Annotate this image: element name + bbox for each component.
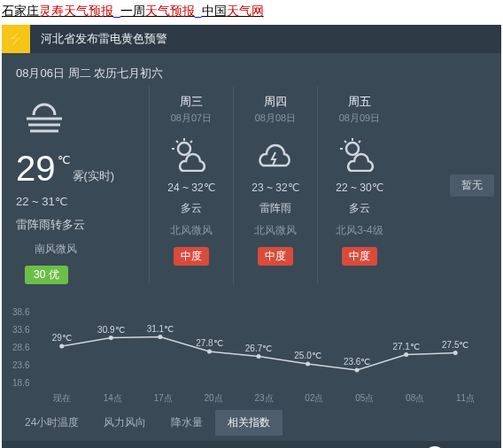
widget-footer: 灵寿在线 [2,441,501,448]
today-panel: 29 ℃ 雾(实时) 22 ~ 31℃ 雷阵雨转多云 南风微风 30 优 [16,87,149,284]
date-line: 08月06日 周二 农历七月初六 [2,53,501,87]
svg-text:25.0℃: 25.0℃ [294,351,321,360]
svg-line-7 [190,141,192,143]
tab-0[interactable]: 24小时温度 [12,410,91,436]
svg-text:27.8℃: 27.8℃ [196,338,222,348]
today-wind: 南风微风 [16,242,96,257]
no-data-button[interactable]: 暂无 [450,174,494,197]
svg-point-13 [59,344,64,349]
forecast-day-wed[interactable]: 周三 08月07日 24 ~ 32℃ 多云 北风微风 中度 [149,87,233,284]
hourly-chart: 38.6 33.6 28.6 23.6 18.6 29℃30.9℃31.1℃27… [2,297,501,410]
fog-icon [16,96,149,145]
forecast-day-fri[interactable]: 周五 08月09日 22 ~ 30℃ 多云 北风3-4级 中度 [317,87,401,284]
aqi-moderate-badge: 中度 [174,247,209,266]
aqi-moderate-badge: 中度 [342,247,377,266]
svg-point-19 [207,350,212,354]
alert-bar[interactable]: ⚡ 河北省发布雷电黄色预警 [2,25,501,53]
svg-text:29℃: 29℃ [52,333,72,343]
partly-cloudy-icon [321,134,398,174]
partly-cloudy-icon [153,134,229,174]
svg-point-23 [306,362,310,367]
tab-3[interactable]: 相关指数 [215,410,282,436]
svg-text:30.9℃: 30.9℃ [97,325,124,335]
crumb-week[interactable]: 一周天气预报 [120,4,195,18]
forecast-day-thu[interactable]: 周四 08月08日 23 ~ 32℃ 雷阵雨 北风微风 中度 [233,87,317,284]
today-condition: 雷阵雨转多云 [16,217,149,233]
chart-tabs: 24小时温度风力风向降水量相关指数 [2,410,501,441]
crumb-site[interactable]: 中国天气网 [202,4,264,18]
svg-point-17 [158,335,162,339]
weather-widget: ⚡ 河北省发布雷电黄色预警 08月06日 周二 农历七月初六 29 ℃ 雾(实时… [2,25,501,448]
crumb-city[interactable]: 石家庄灵寿天气预报 [2,4,113,18]
lightning-icon: ⚡ [2,25,30,53]
svg-line-6 [176,141,178,143]
svg-text:26.7℃: 26.7℃ [245,344,272,353]
svg-point-3 [178,143,190,155]
chart-line: 29℃30.9℃31.1℃27.8℃26.7℃25.0℃23.6℃27.1℃27… [37,304,480,392]
svg-point-25 [355,368,360,373]
svg-point-27 [404,352,408,357]
svg-point-15 [109,336,113,340]
svg-point-8 [346,143,359,155]
aqi-moderate-badge: 中度 [258,247,293,266]
svg-point-29 [453,351,458,355]
aqi-badge[interactable]: 30 优 [25,266,68,284]
svg-text:31.1℃: 31.1℃ [147,324,174,334]
tab-1[interactable]: 风力风向 [91,410,159,436]
svg-text:27.5℃: 27.5℃ [442,340,468,350]
tab-2[interactable]: 降水量 [159,410,215,436]
current-temp: 29 ℃ 雾(实时) [16,151,149,186]
svg-text:27.1℃: 27.1℃ [392,342,419,351]
svg-text:23.6℃: 23.6℃ [344,357,370,367]
forecast-row: 周三 08月07日 24 ~ 32℃ 多云 北风微风 中度 周四 08月08日 … [149,87,445,284]
breadcrumb: 石家庄灵寿天气预报_一周天气预报_中国天气网 [0,0,503,23]
thunderstorm-icon [237,134,313,174]
today-range: 22 ~ 31℃ [16,195,149,208]
svg-point-21 [257,354,261,359]
svg-line-11 [344,141,346,143]
chart-x-axis: 现在14点17点20点23点02点05点08点11点 [37,392,491,405]
alert-text: 河北省发布雷电黄色预警 [30,31,167,47]
chart-y-axis: 38.6 33.6 28.6 23.6 18.6 [12,304,29,392]
svg-line-12 [359,141,360,143]
